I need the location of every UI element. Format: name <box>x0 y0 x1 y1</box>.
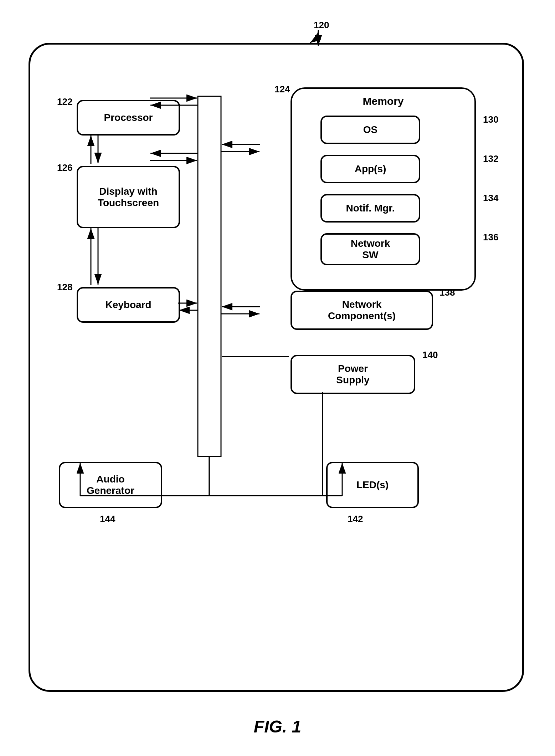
audio-gen-label: Audio Generator <box>87 474 134 496</box>
ref-142: 142 <box>348 514 363 525</box>
memory-outer-box: Memory OS App(s) Notif. Mgr. Network SW <box>291 87 476 291</box>
notif-label: Notif. Mgr. <box>346 203 395 214</box>
keyboard-box: Keyboard <box>77 287 180 323</box>
memory-title: Memory <box>363 95 404 107</box>
display-label: Display with Touchscreen <box>98 186 159 209</box>
ref-132: 132 <box>483 153 498 164</box>
apps-label: App(s) <box>355 163 386 175</box>
main-system-box: Processor 122 Memory OS App(s) Notif. Mg… <box>29 43 524 692</box>
ref-120: 120 <box>314 20 329 31</box>
apps-box: App(s) <box>320 155 420 183</box>
os-label: OS <box>363 124 377 136</box>
notif-box: Notif. Mgr. <box>320 194 420 223</box>
led-box: LED(s) <box>326 462 419 508</box>
processor-box: Processor <box>77 100 180 136</box>
display-box: Display with Touchscreen <box>77 166 180 228</box>
page: 120 Processor 122 Memory OS App(s) Notif… <box>0 0 555 756</box>
ref-136: 136 <box>483 232 498 243</box>
network-comp-box: Network Component(s) <box>291 291 433 330</box>
network-comp-label: Network Component(s) <box>328 299 396 322</box>
power-supply-label: Power Supply <box>336 363 369 386</box>
led-label: LED(s) <box>356 479 389 491</box>
ref-140: 140 <box>422 349 438 361</box>
ref-130: 130 <box>483 114 498 125</box>
ref-138: 138 <box>440 287 455 298</box>
processor-label: Processor <box>104 112 153 123</box>
netsw-label: Network SW <box>351 238 390 261</box>
audio-gen-box: Audio Generator <box>59 462 162 508</box>
ref-144: 144 <box>100 514 115 525</box>
keyboard-label: Keyboard <box>105 299 151 311</box>
ref-124: 124 <box>274 84 290 95</box>
ref-126: 126 <box>57 162 72 173</box>
figure-caption: FIG. 1 <box>254 717 301 736</box>
ref-122: 122 <box>57 96 72 107</box>
ref-128: 128 <box>57 282 72 293</box>
os-box: OS <box>320 116 420 144</box>
netsw-box: Network SW <box>320 233 420 265</box>
power-supply-box: Power Supply <box>291 355 415 394</box>
ref-134: 134 <box>483 193 498 204</box>
